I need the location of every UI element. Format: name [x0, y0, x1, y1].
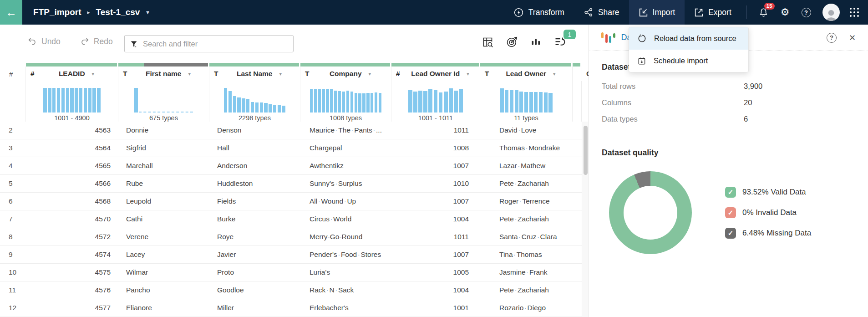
back-button[interactable]: ← [0, 0, 22, 25]
cell-lead_owner_id[interactable]: 1004 [391, 210, 480, 228]
share-button[interactable]: Share [574, 0, 629, 25]
cell-lead_owner[interactable]: Roger·Terrence [480, 193, 573, 210]
menu-item-reload-data-from-source[interactable]: Reload data from source [629, 27, 748, 50]
cell-leadid[interactable]: 4575 [26, 264, 118, 281]
cell-clipped[interactable] [573, 175, 582, 192]
cell-company[interactable]: All·Wound·Up [300, 193, 391, 210]
cell-lead_owner[interactable]: Lazar·Mathew [480, 157, 573, 174]
cell-clipped[interactable] [573, 228, 582, 245]
cell-clipped[interactable] [573, 210, 582, 228]
import-button[interactable]: Import [629, 0, 685, 25]
cell-first_name[interactable]: Donnie [118, 122, 209, 139]
cell-first_name[interactable]: Verene [118, 228, 209, 245]
column-header-lead_owner_id[interactable]: #Lead Owner Id▾ [391, 66, 480, 81]
settings-button[interactable]: ⚙ [775, 0, 796, 25]
cell-first_name[interactable]: Cathi [118, 210, 209, 228]
cell-lead_owner[interactable]: Thomas·Mondrake [480, 139, 573, 157]
cell-first_name[interactable]: Rube [118, 175, 209, 192]
cell-lead_owner_id[interactable]: 1007 [391, 157, 480, 174]
checkbox-checked-icon[interactable]: ✓ [725, 207, 736, 218]
cell-company[interactable]: Chargepal [300, 139, 391, 157]
chevron-down-icon[interactable]: ▾ [188, 71, 191, 77]
cell-lead_owner_id[interactable]: 1010 [391, 175, 480, 192]
cell-first_name[interactable]: Leupold [118, 193, 209, 210]
cell-lead_owner[interactable]: Tina·Thomas [480, 246, 573, 263]
chevron-down-icon[interactable]: ▾ [279, 71, 282, 77]
chevron-down-icon[interactable]: ▾ [92, 71, 95, 77]
cell-last_name[interactable]: Goodloe [209, 281, 300, 299]
column-histogram[interactable] [0, 81, 26, 122]
cell-last_name[interactable]: Denson [209, 122, 300, 139]
cell-company[interactable]: Circus·World [300, 210, 391, 228]
cell-company[interactable]: Luria's [300, 264, 391, 281]
cell-company[interactable]: Rack·N·Sack [300, 281, 391, 299]
cell-clipped[interactable] [573, 299, 582, 317]
column-header-rownum[interactable]: # [0, 66, 26, 81]
help-button[interactable]: ? [796, 0, 817, 25]
cell-lead_owner_id[interactable]: 1011 [391, 122, 480, 139]
cell-clipped[interactable] [573, 193, 582, 210]
cell-company[interactable]: Pender's·Food·Stores [300, 246, 391, 263]
cell-last_name[interactable]: Burke [209, 210, 300, 228]
data-quality-target-button[interactable] [506, 36, 518, 48]
checkbox-checked-icon[interactable]: ✓ [725, 228, 736, 239]
cell-lead_owner[interactable]: Rozario·Diego [480, 299, 573, 317]
cell-leadid[interactable]: 4572 [26, 228, 118, 245]
notifications-button[interactable]: 15 [752, 0, 775, 25]
cell-lead_owner[interactable]: Jasmine·Frank [480, 264, 573, 281]
panel-help-icon[interactable]: ? [827, 33, 837, 43]
cell-lead_owner_id[interactable]: 1004 [391, 281, 480, 299]
applied-steps-button[interactable]: 1 [554, 36, 567, 48]
cell-lead_owner_id[interactable]: 1008 [391, 139, 480, 157]
column-header-last_name[interactable]: TLast Name▾ [209, 66, 300, 81]
checkbox-checked-icon[interactable]: ✓ [725, 187, 736, 198]
chevron-down-icon[interactable]: ▾ [369, 71, 371, 77]
quality-legend-item[interactable]: ✓0% Invalid Data [725, 207, 811, 218]
table-search-button[interactable] [482, 36, 494, 48]
cell-leadid[interactable]: 4563 [26, 122, 118, 139]
cell-first_name[interactable]: Lacey [118, 246, 209, 263]
column-stats-button[interactable] [530, 36, 542, 48]
cell-first_name[interactable]: Elianore [118, 299, 209, 317]
cell-leadid[interactable]: 4564 [26, 139, 118, 157]
cell-lead_owner[interactable]: Pete·Zachariah [480, 210, 573, 228]
undo-button[interactable]: Undo [27, 36, 61, 46]
column-histogram[interactable]: 1008 types [300, 81, 391, 122]
cell-leadid[interactable]: 4577 [26, 299, 118, 317]
cell-clipped[interactable] [573, 264, 582, 281]
column-header-lead_owner[interactable]: TLead Owner▾ [480, 66, 573, 81]
scrollbar-thumb[interactable] [584, 126, 588, 175]
cell-last_name[interactable]: Hall [209, 139, 300, 157]
search-input[interactable] [143, 40, 288, 48]
column-histogram[interactable] [573, 81, 582, 122]
cell-leadid[interactable]: 4568 [26, 193, 118, 210]
redo-button[interactable]: Redo [80, 36, 113, 46]
vertical-scrollbar[interactable] [582, 122, 588, 317]
column-histogram[interactable]: 2298 types [209, 81, 300, 122]
dataset-caret-icon[interactable]: ▾ [146, 9, 149, 15]
cell-last_name[interactable]: Roye [209, 228, 300, 245]
column-histogram[interactable]: 675 types [118, 81, 209, 122]
column-histogram[interactable]: 1001 - 4900 [26, 81, 118, 122]
quality-legend-item[interactable]: ✓6.48% Missing Data [725, 228, 811, 239]
cell-leadid[interactable]: 4576 [26, 281, 118, 299]
cell-leadid[interactable]: 4566 [26, 175, 118, 192]
export-button[interactable]: Export [685, 0, 741, 25]
column-header-company[interactable]: TCompany▾ [300, 66, 391, 81]
chevron-down-icon[interactable]: ▾ [553, 71, 556, 77]
cell-company[interactable]: Merry-Go-Round [300, 228, 391, 245]
cell-lead_owner_id[interactable]: 1011 [391, 228, 480, 245]
cell-last_name[interactable]: Proto [209, 264, 300, 281]
avatar[interactable] [822, 4, 840, 21]
column-histogram[interactable]: 11 types [480, 81, 573, 122]
menu-item-schedule-import[interactable]: Schedule import [629, 50, 748, 72]
cell-company[interactable]: Erlebacher's [300, 299, 391, 317]
column-header-first_name[interactable]: TFirst name▾ [118, 66, 209, 81]
cell-lead_owner[interactable]: Pete·Zachariah [480, 175, 573, 192]
cell-lead_owner_id[interactable]: 1007 [391, 193, 480, 210]
cell-lead_owner_id[interactable]: 1005 [391, 264, 480, 281]
column-header-clipped[interactable]: C [573, 66, 582, 81]
cell-company[interactable]: Sunny's·Surplus [300, 175, 391, 192]
quality-legend-item[interactable]: ✓93.52% Valid Data [725, 187, 811, 198]
cell-lead_owner_id[interactable]: 1001 [391, 299, 480, 317]
